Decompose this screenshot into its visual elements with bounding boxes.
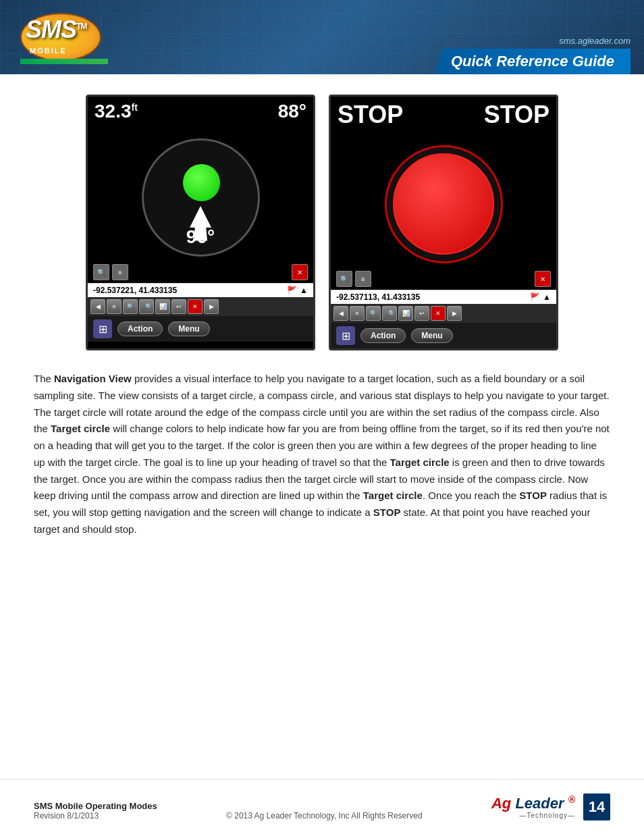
- nav-screen: 32.3ft 88° 90°: [88, 97, 313, 342]
- action-button-left[interactable]: Action: [117, 321, 163, 336]
- bottom-bar-right: ⊞ Action Menu: [331, 323, 556, 348]
- nav-measurement: 32.3ft: [95, 101, 138, 122]
- search-icon-r[interactable]: 🔍: [366, 306, 381, 321]
- search2-icon-r[interactable]: 🔎: [382, 306, 397, 321]
- left-icon-group-r: 🔍 ≡: [336, 271, 371, 287]
- list-icon-r[interactable]: ≡: [350, 306, 365, 321]
- main-body-text: The Navigation View provides a visual in…: [34, 371, 610, 538]
- coord-right-r: 🚩 ▲: [530, 292, 551, 302]
- zoom-icon[interactable]: 🔍: [93, 264, 109, 280]
- arrow-up-icon: [190, 206, 211, 228]
- header-title-bar: Quick Reference Guide: [435, 49, 630, 74]
- stop-compass-circle: [385, 145, 503, 263]
- right-icon-group-r: ✕: [535, 271, 551, 287]
- close-icon-r[interactable]: ✕: [535, 271, 551, 287]
- list-icon[interactable]: ≡: [107, 299, 122, 314]
- undo-icon-r[interactable]: ↩: [414, 306, 429, 321]
- header: SMSTM MOBILE sms.agleader.com Quick Refe…: [0, 0, 644, 74]
- logo-sms-text: SMSTM: [26, 16, 86, 44]
- footer-left: SMS Mobile Operating Modes Revision 8/1/…: [34, 801, 157, 820]
- delete-icon[interactable]: ✕: [188, 299, 203, 314]
- nav-view-label: Navigation View: [54, 373, 132, 384]
- stop-header-bar: STOP STOP: [331, 97, 556, 133]
- scroll-left-btn[interactable]: ◀: [90, 299, 105, 314]
- content: 32.3ft 88° 90°: [0, 74, 644, 572]
- triangle-icon-r: ▲: [543, 292, 551, 302]
- page-footer: SMS Mobile Operating Modes Revision 8/1/…: [0, 779, 644, 834]
- close-icon[interactable]: ✕: [292, 264, 308, 280]
- bar-icon[interactable]: 📊: [155, 299, 170, 314]
- ag-leader-text: Ag Leader ®: [491, 795, 575, 811]
- zoom-icon-r[interactable]: 🔍: [336, 271, 352, 287]
- footer-copyright: © 2013 Ag Leader Technology, Inc All Rig…: [226, 811, 423, 820]
- nav-heading: 88°: [278, 101, 306, 122]
- coordinates-bar-right: -92.537113, 41.433135 🚩 ▲: [331, 290, 556, 304]
- page-wrapper: SMSTM MOBILE sms.agleader.com Quick Refe…: [0, 0, 644, 834]
- target-circle-green: [183, 164, 220, 201]
- coord-right: 🚩 ▲: [287, 286, 308, 295]
- left-phone-mockup: 32.3ft 88° 90°: [86, 95, 315, 350]
- header-right: sms.agleader.com Quick Reference Guide: [435, 0, 630, 74]
- toolbar-icons-left: 🔍 ≡ ✕: [88, 261, 313, 283]
- nav-header-bar: 32.3ft 88°: [88, 97, 313, 126]
- triangle-icon: ▲: [300, 286, 308, 295]
- logo-mobile-text: MOBILE: [30, 47, 67, 55]
- compass-circle: 90°: [142, 138, 260, 257]
- footer-title: SMS Mobile Operating Modes: [34, 801, 157, 811]
- flag-icon-r: 🚩: [530, 292, 540, 302]
- scroll-right-btn[interactable]: ▶: [204, 299, 219, 314]
- coords-left: -92.537221, 41.433135: [93, 286, 177, 295]
- target-circle-label1: Target circle: [51, 423, 110, 434]
- header-url: sms.agleader.com: [559, 36, 630, 46]
- coordinates-bar-left: -92.537221, 41.433135 🚩 ▲: [88, 283, 313, 297]
- screenshots-row: 32.3ft 88° 90°: [34, 95, 610, 350]
- ag-leader-logo: Ag Leader ® —Technology—: [491, 795, 575, 818]
- menu-button-left[interactable]: Menu: [168, 321, 209, 336]
- compass-area: 90°: [88, 126, 313, 261]
- footer-revision: Revision 8/1/2013: [34, 811, 157, 820]
- scroll-tools-left: ◀ ≡ 🔍 🔎 📊 ↩ ✕ ▶: [88, 297, 313, 316]
- windows-button-right[interactable]: ⊞: [336, 326, 355, 345]
- target-circle-red: [393, 153, 494, 255]
- layers-icon[interactable]: ≡: [112, 264, 128, 280]
- logo-stripe: [20, 59, 108, 64]
- stop-screen: STOP STOP 🔍 ≡: [331, 97, 556, 348]
- search-icon[interactable]: 🔍: [123, 299, 138, 314]
- scroll-left-btn-r[interactable]: ◀: [333, 306, 348, 321]
- coords-right: -92.537113, 41.433135: [336, 292, 420, 302]
- stop-inline2: STOP: [373, 506, 401, 518]
- stop-label-right: STOP: [484, 101, 549, 129]
- stop-circle-area: [331, 133, 556, 268]
- stop-label-left: STOP: [338, 101, 403, 129]
- target-circle-label3: Target circle: [363, 490, 423, 501]
- bottom-bar-left: ⊞ Action Menu: [88, 316, 313, 342]
- header-title: Quick Reference Guide: [451, 53, 614, 70]
- right-icon-group: ✕: [292, 264, 308, 280]
- footer-center: © 2013 Ag Leader Technology, Inc All Rig…: [226, 811, 423, 820]
- scroll-tools-right: ◀ ≡ 🔍 🔎 📊 ↩ ✕ ▶: [331, 304, 556, 323]
- undo-icon[interactable]: ↩: [171, 299, 186, 314]
- toolbar-icons-right: 🔍 ≡ ✕: [331, 268, 556, 290]
- right-phone-mockup: STOP STOP 🔍 ≡: [329, 95, 558, 350]
- bar-icon-r[interactable]: 📊: [398, 306, 413, 321]
- target-circle-label2: Target circle: [390, 457, 450, 468]
- stop-inline1: STOP: [519, 490, 547, 501]
- scroll-right-btn-r[interactable]: ▶: [447, 306, 462, 321]
- ag-leader-sub: —Technology—: [519, 812, 575, 819]
- left-icon-group: 🔍 ≡: [93, 264, 128, 280]
- layers-icon-r[interactable]: ≡: [355, 271, 371, 287]
- delete-icon-r[interactable]: ✕: [431, 306, 446, 321]
- menu-button-right[interactable]: Menu: [411, 328, 452, 343]
- page-number: 14: [583, 793, 610, 820]
- header-logo: SMSTM MOBILE: [20, 10, 108, 64]
- footer-right: Ag Leader ® —Technology— 14: [491, 793, 610, 820]
- search2-icon[interactable]: 🔎: [139, 299, 154, 314]
- windows-button-left[interactable]: ⊞: [93, 319, 112, 338]
- action-button-right[interactable]: Action: [360, 328, 406, 343]
- flag-icon: 🚩: [287, 286, 297, 295]
- logo-outer: SMSTM MOBILE: [20, 10, 108, 64]
- compass-degree: 90°: [144, 226, 258, 248]
